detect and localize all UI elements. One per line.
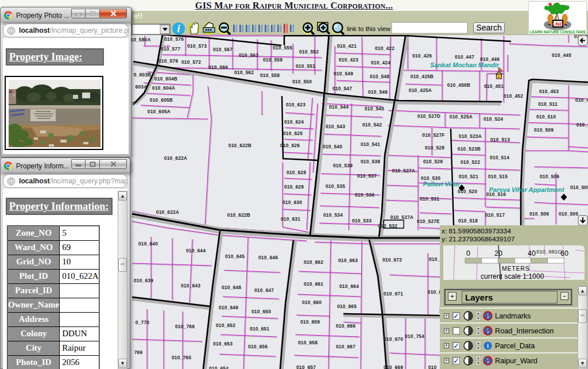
svg-text:010_577: 010_577 bbox=[161, 46, 180, 52]
svg-text:010_626: 010_626 bbox=[280, 143, 300, 148]
svg-text:6: 6 bbox=[133, 101, 136, 106]
svg-text:010_643: 010_643 bbox=[181, 283, 200, 289]
svg-text:i: i bbox=[177, 23, 180, 34]
svg-text:010_669: 010_669 bbox=[384, 364, 403, 369]
svg-text:LEARN NATURE CONSULTANS: LEARN NATURE CONSULTANS bbox=[530, 29, 586, 34]
svg-text:769: 769 bbox=[134, 349, 143, 355]
svg-text:010_657: 010_657 bbox=[296, 364, 316, 369]
svg-text:010_423: 010_423 bbox=[339, 57, 358, 63]
svg-text:010_524: 010_524 bbox=[483, 116, 503, 122]
svg-text:010_649: 010_649 bbox=[219, 305, 238, 310]
svg-text:current scale 1:1000: current scale 1:1000 bbox=[481, 272, 544, 280]
svg-text:010_523B: 010_523B bbox=[458, 146, 481, 152]
svg-text:010_630: 010_630 bbox=[283, 199, 302, 205]
svg-text:010_629: 010_629 bbox=[284, 184, 304, 190]
svg-text:010_650: 010_650 bbox=[252, 309, 271, 314]
svg-text:010_421: 010_421 bbox=[337, 43, 357, 49]
svg-text:link to this view: link to this view bbox=[347, 25, 391, 32]
svg-text:010_656: 010_656 bbox=[248, 344, 268, 349]
svg-text:010_622B: 010_622B bbox=[229, 143, 252, 148]
svg-text:010_623: 010_623 bbox=[286, 102, 305, 107]
svg-text:010_540: 010_540 bbox=[323, 144, 342, 149]
svg-text:010_453: 010_453 bbox=[539, 89, 559, 94]
svg-text:010_546: 010_546 bbox=[368, 89, 388, 95]
svg-text:010_661: 010_661 bbox=[304, 281, 323, 287]
svg-text:010_645: 010_645 bbox=[225, 253, 245, 259]
svg-text:010_522: 010_522 bbox=[461, 159, 480, 165]
svg-text:010_534: 010_534 bbox=[323, 212, 343, 218]
svg-text:010_622B: 010_622B bbox=[227, 212, 250, 218]
svg-text:010_527E: 010_527E bbox=[417, 218, 440, 224]
svg-text:010_536: 010_536 bbox=[355, 192, 374, 198]
svg-text:0: 0 bbox=[466, 249, 470, 257]
svg-text:010_563: 010_563 bbox=[239, 52, 258, 58]
svg-text:Sankat Mochan Mandir: Sankat Mochan Mandir bbox=[430, 62, 500, 68]
svg-text:010_425B: 010_425B bbox=[411, 74, 434, 79]
svg-text:010_666: 010_666 bbox=[336, 323, 355, 329]
svg-text:010_527F: 010_527F bbox=[422, 132, 444, 138]
svg-text:010_533: 010_533 bbox=[352, 218, 372, 224]
svg-text:010_451: 010_451 bbox=[484, 83, 504, 89]
svg-text:010_550: 010_550 bbox=[292, 79, 312, 84]
svg-text:010_644: 010_644 bbox=[186, 248, 206, 253]
svg-text:010_527A: 010_527A bbox=[392, 168, 415, 174]
svg-text:010_646: 010_646 bbox=[258, 255, 278, 260]
svg-text:010_605A: 010_605A bbox=[148, 109, 171, 114]
svg-text:010_664: 010_664 bbox=[339, 283, 359, 289]
svg-text:Pallavi Vihar: Pallavi Vihar bbox=[423, 180, 461, 187]
svg-text:010_521: 010_521 bbox=[459, 174, 478, 179]
svg-text:010_426: 010_426 bbox=[412, 53, 432, 59]
svg-text:010_450B: 010_450B bbox=[447, 82, 470, 88]
svg-text:010_604A: 010_604A bbox=[152, 85, 175, 91]
svg-text:010_670: 010_670 bbox=[384, 336, 403, 342]
svg-text:010_576: 010_576 bbox=[164, 36, 184, 42]
svg-text:010_517: 010_517 bbox=[485, 212, 505, 218]
svg-text:010_424: 010_424 bbox=[371, 60, 390, 66]
svg-text:010_537: 010_537 bbox=[357, 173, 377, 179]
svg-text:010_544: 010_544 bbox=[329, 104, 349, 110]
svg-text:010_4: 010_4 bbox=[575, 97, 588, 103]
svg-text:LNC: LNC bbox=[552, 21, 564, 27]
svg-text:010: 010 bbox=[428, 364, 437, 369]
svg-text:010_652: 010_652 bbox=[216, 322, 235, 328]
svg-text:010_527A: 010_527A bbox=[390, 214, 413, 220]
svg-text:010_562: 010_562 bbox=[234, 70, 254, 75]
svg-text:010_545: 010_545 bbox=[365, 106, 384, 112]
svg-text:010_647: 010_647 bbox=[254, 287, 274, 293]
svg-text:010_671: 010_671 bbox=[384, 291, 403, 297]
svg-text:40: 40 bbox=[528, 249, 536, 257]
svg-text:010_579: 010_579 bbox=[158, 58, 178, 64]
svg-text:010_662: 010_662 bbox=[304, 259, 323, 265]
svg-text:010_518: 010_518 bbox=[458, 218, 478, 224]
svg-text:010_552: 010_552 bbox=[299, 49, 319, 55]
svg-text:010_538: 010_538 bbox=[361, 159, 380, 164]
svg-text:010_573: 010_573 bbox=[187, 43, 207, 49]
svg-text:010_535: 010_535 bbox=[326, 183, 345, 189]
svg-text:010_558: 010_558 bbox=[260, 72, 280, 78]
svg-text:010_624: 010_624 bbox=[284, 119, 304, 125]
svg-text:METERS: METERS bbox=[502, 265, 530, 272]
svg-text:60: 60 bbox=[560, 249, 568, 257]
svg-text:010_555: 010_555 bbox=[273, 45, 292, 51]
svg-text:010_510: 010_510 bbox=[536, 114, 556, 120]
svg-text:0_770: 0_770 bbox=[136, 320, 149, 325]
svg-text:20: 20 bbox=[494, 249, 502, 257]
svg-text:010_445: 010_445 bbox=[552, 52, 571, 58]
svg-text:010_530: 010_530 bbox=[421, 175, 440, 181]
svg-text:010_548: 010_548 bbox=[370, 74, 389, 79]
svg-text:010_532: 010_532 bbox=[378, 223, 397, 229]
svg-text:010_559: 010_559 bbox=[263, 57, 283, 63]
svg-text:010_527D: 010_527D bbox=[417, 113, 440, 119]
svg-text:010_667: 010_667 bbox=[336, 344, 355, 349]
svg-text:010_605B: 010_605B bbox=[150, 97, 173, 103]
svg-text:010_547: 010_547 bbox=[332, 86, 352, 91]
svg-text:010_505: 010_505 bbox=[559, 211, 578, 217]
svg-text:010_660: 010_660 bbox=[302, 299, 322, 305]
svg-text:010_506: 010_506 bbox=[540, 174, 559, 179]
svg-text:010_5: 010_5 bbox=[577, 122, 588, 128]
svg-text:010_531: 010_531 bbox=[420, 196, 439, 202]
svg-text:010_539: 010_539 bbox=[333, 163, 353, 168]
svg-text:010_452: 010_452 bbox=[504, 93, 523, 99]
svg-text:010_511: 010_511 bbox=[538, 101, 558, 107]
svg-text:010_422: 010_422 bbox=[375, 45, 394, 51]
